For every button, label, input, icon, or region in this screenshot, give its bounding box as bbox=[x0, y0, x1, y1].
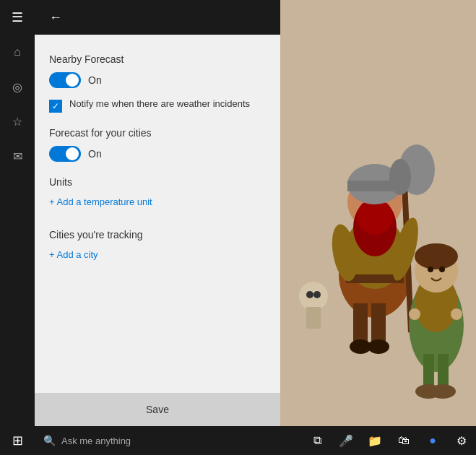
svg-point-5 bbox=[368, 339, 389, 354]
svg-point-32 bbox=[415, 243, 458, 269]
notify-checkbox-label: Notify me when there are weather inciden… bbox=[69, 98, 250, 110]
taskview-icon: ⧉ bbox=[313, 434, 321, 447]
chrome-button[interactable]: ● bbox=[418, 426, 447, 455]
left-sidebar: ☰ ⌂ ◎ ☆ ✉ bbox=[0, 0, 35, 426]
notify-checkbox-row: Notify me when there are weather inciden… bbox=[49, 98, 266, 113]
start-button[interactable]: ⊞ bbox=[0, 426, 35, 455]
chrome-icon: ● bbox=[429, 434, 436, 447]
settings-content[interactable]: Nearby Forecast On Notify me when there … bbox=[35, 35, 280, 393]
cities-forecast-title: Forecast for your cities bbox=[49, 127, 266, 139]
units-section: Units + Add a temperature unit bbox=[49, 176, 266, 222]
svg-point-29 bbox=[430, 384, 456, 399]
nearby-forecast-section: Nearby Forecast On bbox=[49, 53, 266, 88]
settings-panel: ← Nearby Forecast On Notify me when ther… bbox=[35, 0, 280, 426]
sidebar-item-home[interactable]: ⌂ bbox=[0, 35, 35, 69]
sidebar-item-favorites[interactable]: ☆ bbox=[0, 104, 35, 139]
settings-button[interactable]: ⚙ bbox=[447, 426, 476, 455]
svg-point-35 bbox=[409, 308, 420, 320]
home-icon: ⌂ bbox=[14, 46, 21, 58]
svg-point-34 bbox=[439, 266, 445, 272]
windows-icon: ⊞ bbox=[12, 433, 23, 448]
taskbar-search-text: Ask me anything bbox=[61, 436, 131, 446]
nearby-forecast-title: Nearby Forecast bbox=[49, 53, 266, 65]
microphone-button[interactable]: 🎤 bbox=[332, 426, 360, 455]
units-title: Units bbox=[49, 176, 266, 188]
taskbar-search[interactable]: 🔍 Ask me anything bbox=[35, 426, 303, 455]
svg-rect-21 bbox=[306, 307, 313, 329]
settings-icon: ⚙ bbox=[456, 434, 467, 448]
save-button[interactable]: Save bbox=[35, 393, 280, 426]
hamburger-icon: ☰ bbox=[12, 9, 23, 25]
settings-header: ← bbox=[35, 0, 280, 35]
cities-forecast-toggle-label: On bbox=[88, 148, 102, 160]
back-button[interactable]: ← bbox=[43, 7, 68, 28]
cities-forecast-toggle-row: On bbox=[49, 146, 266, 162]
save-bar: Save bbox=[35, 393, 280, 426]
nearby-forecast-toggle[interactable] bbox=[49, 72, 81, 88]
add-temperature-unit-link[interactable]: + Add a temperature unit bbox=[49, 196, 152, 207]
add-city-link[interactable]: + Add a city bbox=[49, 249, 98, 260]
store-icon: 🛍 bbox=[398, 434, 410, 447]
cities-tracking-section: Cities you're tracking + Add a city bbox=[49, 229, 266, 274]
taskbar-icons: ⧉ 🎤 📁 🛍 ● ⚙ bbox=[303, 426, 476, 455]
search-icon: 🔍 bbox=[43, 435, 56, 446]
location-icon: ◎ bbox=[12, 80, 22, 94]
svg-point-17 bbox=[389, 159, 411, 195]
cities-forecast-toggle[interactable] bbox=[49, 146, 81, 162]
svg-point-36 bbox=[451, 308, 462, 320]
store-button[interactable]: 🛍 bbox=[389, 426, 418, 455]
sidebar-item-location[interactable]: ◎ bbox=[0, 69, 35, 104]
back-icon: ← bbox=[49, 10, 62, 25]
favorites-icon: ☆ bbox=[12, 115, 22, 129]
taskbar: ⊞ 🔍 Ask me anything ⧉ 🎤 📁 🛍 ● ⚙ bbox=[0, 426, 476, 455]
svg-point-20 bbox=[299, 282, 328, 311]
explorer-icon: 📁 bbox=[368, 434, 382, 448]
hamburger-button[interactable]: ☰ bbox=[0, 0, 35, 35]
notify-checkbox[interactable] bbox=[49, 100, 62, 113]
news-icon: ✉ bbox=[13, 150, 22, 163]
microphone-icon: 🎤 bbox=[339, 434, 353, 448]
nearby-forecast-toggle-label: On bbox=[88, 74, 102, 86]
explorer-button[interactable]: 📁 bbox=[360, 426, 389, 455]
svg-rect-22 bbox=[313, 307, 321, 329]
svg-point-24 bbox=[313, 291, 321, 298]
nearby-forecast-toggle-row: On bbox=[49, 72, 266, 88]
cities-forecast-section: Forecast for your cities On bbox=[49, 127, 266, 162]
cities-tracking-title: Cities you're tracking bbox=[49, 229, 266, 240]
svg-point-33 bbox=[428, 266, 433, 272]
sidebar-item-news[interactable]: ✉ bbox=[0, 139, 35, 173]
svg-point-23 bbox=[306, 291, 313, 298]
taskview-button[interactable]: ⧉ bbox=[303, 426, 332, 455]
